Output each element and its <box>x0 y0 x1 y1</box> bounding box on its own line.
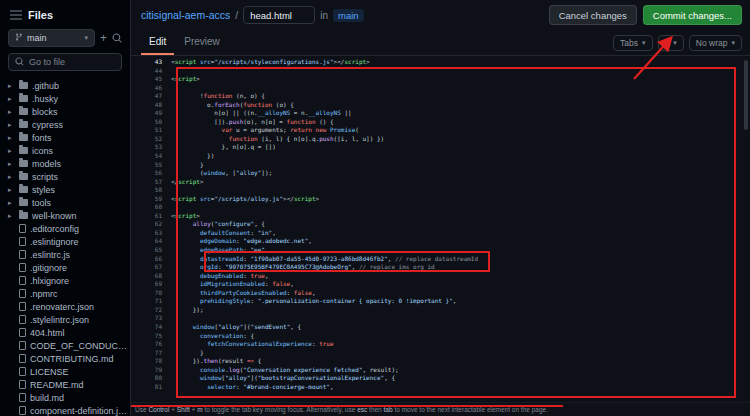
tree-file-row[interactable]: 404.html <box>0 326 130 339</box>
wrap-mode-select[interactable]: No wrap ▾ <box>689 35 742 51</box>
line-number: 54 <box>131 152 171 161</box>
branch-selector[interactable]: main ▾ <box>8 29 95 47</box>
branch-row: main ▾ + <box>0 26 130 53</box>
line-number: 78 <box>131 357 171 366</box>
tab-preview[interactable]: Preview <box>176 30 228 55</box>
tree-file-row[interactable]: .npmrc <box>0 287 130 300</box>
line-number: 74 <box>131 323 171 332</box>
tree-file-row[interactable]: CODE_OF_CONDUCT.md <box>0 339 130 352</box>
search-icon[interactable] <box>112 33 122 43</box>
line-number: 46 <box>131 84 171 93</box>
tree-folder-row[interactable]: ▸tools <box>0 196 130 209</box>
in-label: in <box>320 10 328 21</box>
tree-item-label: build.md <box>30 393 64 403</box>
line-number: 61 <box>131 212 171 221</box>
code-line-text: <script> <box>171 75 200 84</box>
tree-file-row[interactable]: .eslintrc.js <box>0 248 130 261</box>
code-line-text: }).then(result => { <box>171 357 261 366</box>
tree-file-row[interactable]: .hlxignore <box>0 274 130 287</box>
cancel-changes-button[interactable]: Cancel changes <box>549 5 637 25</box>
line-number: 44 <box>131 67 171 76</box>
tree-folder-row[interactable]: ▸.github <box>0 79 130 92</box>
file-icon <box>19 289 26 298</box>
tree-folder-row[interactable]: ▸scripts <box>0 170 130 183</box>
tree-file-row[interactable]: .stylelintrc.json <box>0 313 130 326</box>
code-line-text: <script src="/scripts/alloy.js"></script… <box>171 195 319 204</box>
line-number: 59 <box>131 195 171 204</box>
tree-folder-row[interactable]: ▸cypress <box>0 118 130 131</box>
code-line: 66 datastreamId: "1f90ab07-da55-45d0-972… <box>131 255 750 264</box>
editor-controls: Tabs ▾ 4 ▾ No wrap ▾ <box>613 30 742 55</box>
code-line-text: edgeBasePath: "ee", <box>171 246 269 255</box>
chevron-right-icon: ▸ <box>8 121 15 129</box>
tab-edit[interactable]: Edit <box>141 30 174 55</box>
code-line-text: orgId: "907075E95BF479EC0A495C73@AdobeOr… <box>171 263 435 272</box>
tree-item-label: .editorconfig <box>30 224 79 234</box>
line-number: 51 <box>131 126 171 135</box>
chevron-down-icon: ▾ <box>642 39 646 47</box>
code-line-text: o.forEach(function (o) { <box>171 101 294 110</box>
tree-folder-row[interactable]: ▸blocks <box>0 105 130 118</box>
file-icon <box>19 250 26 259</box>
tree-file-row[interactable]: .renovaterc.json <box>0 300 130 313</box>
code-line: 59<script src="/scripts/alloy.js"></scri… <box>131 195 750 204</box>
code-lines: 43<script src="/scripts/styleconfigurati… <box>131 58 750 391</box>
code-line-text: thirdPartyCookiesEnabled: false, <box>171 289 316 298</box>
kbd-hint: Shift <box>177 406 190 413</box>
code-line: 70 thirdPartyCookiesEnabled: false, <box>131 289 750 298</box>
line-number: 79 <box>131 366 171 375</box>
code-line-text: }) <box>171 152 214 161</box>
indent-size-value: 4 <box>665 38 670 48</box>
repo-link[interactable]: citisignal-aem-accs <box>141 9 230 21</box>
branch-link[interactable]: main <box>333 9 364 22</box>
tree-item-label: .github <box>32 81 59 91</box>
tree-file-row[interactable]: .gitignore <box>0 261 130 274</box>
indent-size-select[interactable]: 4 ▾ <box>658 35 684 51</box>
code-line: 58 <box>131 186 750 195</box>
file-icon <box>19 263 26 272</box>
tree-file-row[interactable]: component-definition.json <box>0 404 130 416</box>
tree-folder-row[interactable]: ▸well-known <box>0 209 130 222</box>
tree-item-label: .gitignore <box>30 263 67 273</box>
code-line-text: datastreamId: "1f90ab07-da55-45d0-9723-a… <box>171 255 478 264</box>
tree-folder-row[interactable]: ▸fonts <box>0 131 130 144</box>
git-branch-icon <box>15 32 23 44</box>
commit-changes-button[interactable]: Commit changes... <box>643 5 742 25</box>
sidebar-menu-icon[interactable] <box>10 10 22 20</box>
tree-file-row[interactable]: README.md <box>0 378 130 391</box>
line-number: 58 <box>131 186 171 195</box>
line-number: 80 <box>131 374 171 383</box>
go-to-file-input[interactable]: Go to file <box>8 53 122 71</box>
tree-file-row[interactable]: LICENSE <box>0 365 130 378</box>
kbd-hint: Control <box>148 406 169 413</box>
code-editor[interactable]: 43<script src="/scripts/styleconfigurati… <box>131 56 750 402</box>
line-number: 67 <box>131 263 171 272</box>
code-line: 73 <box>131 314 750 323</box>
tree-folder-row[interactable]: ▸.husky <box>0 92 130 105</box>
code-line: 55 } <box>131 161 750 170</box>
indent-mode-select[interactable]: Tabs ▾ <box>613 35 652 51</box>
tree-file-row[interactable]: .eslintignore <box>0 235 130 248</box>
line-number: 52 <box>131 135 171 144</box>
tree-item-label: README.md <box>30 380 84 390</box>
code-line: 81 selector: "#brand-concierge-mount", <box>131 383 750 392</box>
line-number: 81 <box>131 383 171 392</box>
editor-scrollbar[interactable] <box>744 60 748 130</box>
code-line: 71 prehidingStyle: ".personalization-con… <box>131 297 750 306</box>
new-file-icon[interactable]: + <box>100 32 107 44</box>
kbd-hint: tab <box>384 406 393 413</box>
tree-file-row[interactable]: build.md <box>0 391 130 404</box>
filename-input[interactable] <box>243 6 315 24</box>
tree-folder-row[interactable]: ▸icons <box>0 144 130 157</box>
code-line: 53 }, n[o].q = []) <box>131 143 750 152</box>
tree-item-label: .eslintrc.js <box>30 250 70 260</box>
breadcrumb: citisignal-aem-accs / in main <box>141 6 364 24</box>
tree-file-row[interactable]: CONTRIBUTING.md <box>0 352 130 365</box>
branch-name: main <box>27 33 80 43</box>
line-number: 63 <box>131 229 171 238</box>
tree-item-label: .npmrc <box>30 289 58 299</box>
tree-folder-row[interactable]: ▸styles <box>0 183 130 196</box>
tree-file-row[interactable]: .editorconfig <box>0 222 130 235</box>
line-number: 56 <box>131 169 171 178</box>
tree-folder-row[interactable]: ▸models <box>0 157 130 170</box>
